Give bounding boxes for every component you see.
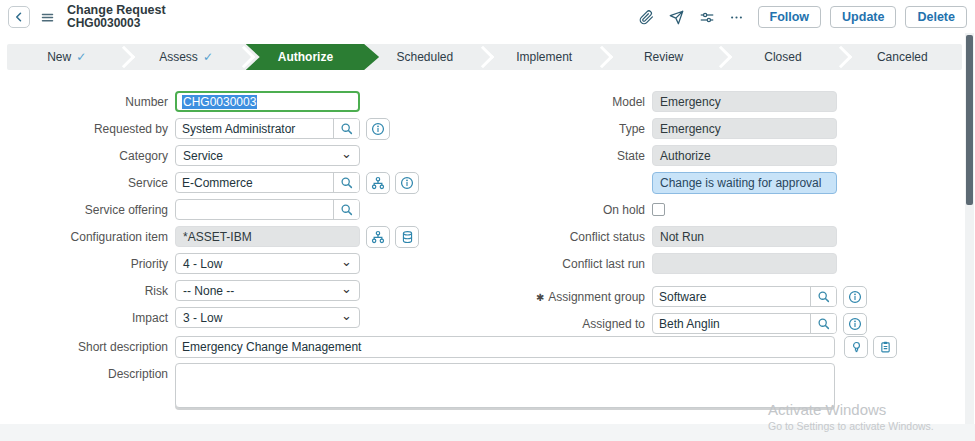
stage-review[interactable]: Review (604, 44, 723, 70)
service-offering-group (175, 199, 360, 220)
configuration-item-cmdb-button[interactable] (395, 226, 419, 248)
paper-plane-icon[interactable] (665, 6, 689, 28)
field-conflict-status: Conflict status Not Run (487, 223, 867, 250)
check-icon: ✓ (203, 50, 213, 64)
required-icon: ✱ (536, 292, 544, 303)
category-label: Category (0, 149, 175, 163)
description-label: Description (0, 363, 175, 381)
follow-button[interactable]: Follow (758, 6, 822, 28)
service-label: Service (0, 176, 175, 190)
search-icon[interactable] (333, 119, 359, 138)
service-input[interactable] (176, 173, 333, 192)
priority-value: 4 - Low (183, 257, 222, 271)
requested-by-input[interactable] (176, 119, 333, 138)
check-icon: ✓ (76, 50, 86, 64)
stage-new[interactable]: New✓ (7, 44, 126, 70)
stage-scheduled[interactable]: Scheduled (365, 44, 484, 70)
service-offering-input[interactable] (176, 200, 333, 219)
field-impact: Impact 3 - Low ⌄ (0, 304, 419, 331)
chevron-down-icon: ⌄ (341, 257, 352, 267)
stage-implement[interactable]: Implement (485, 44, 604, 70)
more-options-icon[interactable] (725, 6, 749, 28)
stage-assess[interactable]: Assess✓ (126, 44, 245, 70)
impact-value: 3 - Low (183, 311, 222, 325)
stage-authorize-active[interactable]: Authorize (246, 44, 365, 70)
form-left-column: Number CHG0030003 Requested by Category … (0, 88, 419, 331)
watermark-line2: Go to Settings to activate Windows. (768, 420, 934, 432)
category-select[interactable]: Service ⌄ (175, 145, 360, 166)
field-state: State Authorize (487, 142, 867, 169)
assignment-group-preview-button[interactable] (843, 286, 867, 308)
field-priority: Priority 4 - Low ⌄ (0, 250, 419, 277)
field-number: Number CHG0030003 (0, 88, 419, 115)
suggestion-button[interactable] (844, 336, 868, 358)
priority-select[interactable]: 4 - Low ⌄ (175, 253, 360, 274)
change-request-page: Change Request CHG0030003 Follow Update … (0, 0, 975, 441)
delete-button[interactable]: Delete (905, 6, 967, 28)
vertical-scrollbar-track[interactable] (965, 33, 974, 424)
state-readonly: Authorize (652, 145, 837, 166)
type-label: Type (487, 122, 652, 136)
on-hold-label: On hold (487, 203, 652, 217)
field-requested-by: Requested by (0, 115, 419, 142)
chevron-down-icon: ⌄ (341, 284, 352, 294)
short-description-input[interactable] (176, 337, 834, 357)
attachment-paperclip-icon[interactable] (635, 6, 659, 28)
chevron-down-icon: ⌄ (341, 311, 352, 321)
on-hold-checkbox[interactable] (652, 203, 665, 216)
info-icon (371, 122, 385, 136)
stage-canceled[interactable]: Canceled (843, 44, 962, 70)
search-icon[interactable] (333, 200, 359, 219)
field-conflict-last-run: Conflict last run (487, 250, 867, 277)
search-icon[interactable] (810, 287, 836, 306)
requested-by-preview-button[interactable] (366, 118, 390, 140)
back-button[interactable] (8, 6, 30, 28)
field-service: Service (0, 169, 419, 196)
knowledge-book-icon (879, 340, 892, 354)
assignment-group-group (652, 286, 837, 307)
requested-by-label: Requested by (0, 122, 175, 136)
impact-select[interactable]: 3 - Low ⌄ (175, 307, 360, 328)
personalize-form-sliders-icon[interactable] (695, 6, 719, 28)
assigned-to-label: Assigned to (487, 317, 652, 331)
state-label: State (487, 149, 652, 163)
service-dependency-map-button[interactable] (366, 172, 390, 194)
short-description-wrap (175, 336, 835, 358)
database-icon (401, 230, 414, 244)
model-label: Model (487, 95, 652, 109)
risk-label: Risk (0, 284, 175, 298)
number-input[interactable]: CHG0030003 (175, 91, 360, 112)
type-readonly: Emergency (652, 118, 837, 139)
description-textarea[interactable] (175, 363, 835, 408)
update-button[interactable]: Update (830, 6, 896, 28)
service-preview-button[interactable] (395, 172, 419, 194)
field-assignment-group: ✱Assignment group (487, 283, 867, 310)
risk-value: -- None -- (183, 284, 234, 298)
search-icon[interactable] (810, 314, 836, 333)
short-description-label: Short description (0, 336, 175, 354)
assignment-group-label: ✱Assignment group (487, 290, 652, 304)
assignment-group-input[interactable] (653, 287, 810, 306)
field-model: Model Emergency (487, 88, 867, 115)
assigned-to-preview-button[interactable] (843, 313, 867, 335)
assigned-to-input[interactable] (653, 314, 810, 333)
service-offering-label: Service offering (0, 203, 175, 217)
risk-select[interactable]: -- None -- ⌄ (175, 280, 360, 301)
header-toolbar: Follow Update Delete (635, 6, 967, 28)
assigned-to-group (652, 313, 837, 334)
vertical-scrollbar-thumb[interactable] (966, 35, 973, 205)
context-menu-icon[interactable] (40, 10, 55, 25)
stage-closed[interactable]: Closed (723, 44, 842, 70)
knowledge-search-button[interactable] (873, 336, 897, 358)
field-short-description: Short description (0, 336, 897, 358)
configuration-item-readonly: *ASSET-IBM (175, 226, 360, 247)
configuration-item-dependency-map-button[interactable] (366, 226, 390, 248)
search-icon[interactable] (333, 173, 359, 192)
windows-activation-watermark: Activate Windows Go to Settings to activ… (768, 401, 934, 432)
number-label: Number (0, 95, 175, 109)
field-configuration-item: Configuration item *ASSET-IBM (0, 223, 419, 250)
requested-by-group (175, 118, 360, 139)
field-on-hold: On hold (487, 196, 867, 223)
info-icon (848, 290, 862, 304)
conflict-status-readonly: Not Run (652, 226, 837, 247)
